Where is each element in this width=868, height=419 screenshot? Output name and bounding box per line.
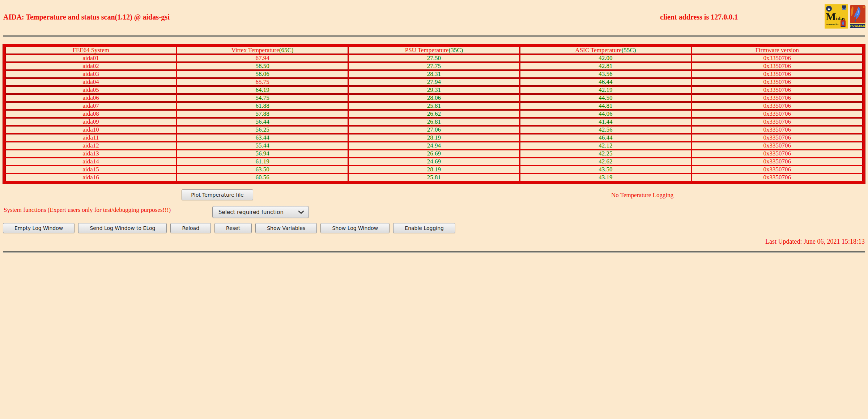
cell-psu-temperature: 27.06 <box>349 126 519 133</box>
table-row: aida0654.7528.0644.500x3350706 <box>5 94 863 102</box>
empty-log-window-button[interactable]: Empty Log Window <box>3 223 75 233</box>
cell-fee64-system: aida15 <box>5 166 176 173</box>
table-row: aida0358.0628.3143.560x3350706 <box>5 70 863 78</box>
cell-asic-temperature: 46.44 <box>520 78 691 86</box>
cell-asic-temperature: 42.81 <box>520 63 691 70</box>
aida-status-page: { "header": { "title": "AIDA: Temperatur… <box>0 0 868 419</box>
table-row: aida0857.8826.6244.060x3350706 <box>5 110 863 117</box>
cell-psu-temperature: 27.75 <box>349 63 519 70</box>
cell-asic-temperature: 42.19 <box>520 86 691 94</box>
cell-fee64-system: aida10 <box>5 126 176 133</box>
last-updated-text: Last Updated: June 06, 2021 15:18:13 <box>765 238 865 245</box>
col-header-virtex: Virtex Temperature(65C) <box>177 47 348 54</box>
cell-asic-temperature: 44.06 <box>520 110 691 117</box>
cell-asic-temperature: 42.12 <box>520 142 691 149</box>
cell-virtex-temperature: 63.50 <box>177 166 348 173</box>
cell-psu-temperature: 26.81 <box>349 118 519 125</box>
cell-virtex-temperature: 58.06 <box>177 70 348 78</box>
cell-psu-temperature: 26.62 <box>349 110 519 117</box>
cell-fee64-system: aida02 <box>5 63 176 70</box>
cell-virtex-temperature: 56.25 <box>177 126 348 133</box>
tcl-powered-badge: POWERED <box>850 23 865 28</box>
cell-fee64-system: aida03 <box>5 70 176 78</box>
page-title: AIDA: Temperature and status scan(1.12) … <box>3 13 170 21</box>
cell-virtex-temperature: 65.75 <box>177 78 348 86</box>
cell-firmware-version: 0x3350706 <box>692 70 863 78</box>
cell-virtex-temperature: 56.44 <box>177 118 348 125</box>
cell-psu-temperature: 25.81 <box>349 102 519 110</box>
cell-fee64-system: aida11 <box>5 134 176 141</box>
cell-firmware-version: 0x3350706 <box>692 55 863 62</box>
enable-logging-button[interactable]: Enable Logging <box>393 223 455 233</box>
cell-asic-temperature: 42.62 <box>520 158 691 165</box>
system-function-select[interactable]: Select required function <box>212 206 309 218</box>
reload-button[interactable]: Reload <box>170 223 211 233</box>
table-row: aida1563.5028.1943.500x3350706 <box>5 166 863 173</box>
send-log-window-to-elog-button[interactable]: Send Log Window to ELog <box>78 223 167 233</box>
cell-firmware-version: 0x3350706 <box>692 166 863 173</box>
tcl-quote-mark: ” <box>863 5 865 11</box>
cell-firmware-version: 0x3350706 <box>692 118 863 125</box>
cell-virtex-temperature: 67.94 <box>177 55 348 62</box>
cell-psu-temperature: 24.69 <box>349 158 519 165</box>
cell-fee64-system: aida09 <box>5 118 176 125</box>
cell-fee64-system: aida12 <box>5 142 176 149</box>
cell-firmware-version: 0x3350706 <box>692 158 863 165</box>
cell-psu-temperature: 29.31 <box>349 86 519 94</box>
cell-asic-temperature: 46.44 <box>520 134 691 141</box>
cell-psu-temperature: 26.69 <box>349 150 519 157</box>
cell-fee64-system: aida14 <box>5 158 176 165</box>
cell-virtex-temperature: 61.88 <box>177 102 348 110</box>
cell-psu-temperature: 25.81 <box>349 174 519 181</box>
header-divider <box>3 35 865 37</box>
tcl-card: ” <box>850 5 865 23</box>
cell-virtex-temperature: 58.50 <box>177 63 348 70</box>
cell-asic-temperature: 42.56 <box>520 126 691 133</box>
cell-asic-temperature: 44.81 <box>520 102 691 110</box>
cell-firmware-version: 0x3350706 <box>692 110 863 117</box>
client-address-text: client address is 127.0.0.1 <box>660 13 738 21</box>
col-header-psu: PSU Temperature(35C) <box>349 47 519 54</box>
system-function-select-value: Select required function <box>218 209 284 215</box>
cell-virtex-temperature: 56.94 <box>177 150 348 157</box>
cell-firmware-version: 0x3350706 <box>692 150 863 157</box>
cell-asic-temperature: 42.25 <box>520 150 691 157</box>
tcl-powered-logo[interactable]: ” TCL POWERED <box>850 5 865 28</box>
col-header-asic: ASIC Temperature(55C) <box>520 47 691 54</box>
cell-virtex-temperature: 61.19 <box>177 158 348 165</box>
table-row: aida1461.1924.6942.620x3350706 <box>5 158 863 165</box>
table-header-row: FEE64 System Virtex Temperature(65C) PSU… <box>5 47 863 54</box>
show-log-window-button[interactable]: Show Log Window <box>320 223 390 233</box>
cell-firmware-version: 0x3350706 <box>692 86 863 94</box>
cell-psu-temperature: 28.31 <box>349 70 519 78</box>
table-row: aida0465.7527.9446.440x3350706 <box>5 78 863 86</box>
table-row: aida1255.4424.9442.120x3350706 <box>5 142 863 149</box>
cell-fee64-system: aida08 <box>5 110 176 117</box>
temperature-logging-status: No Temperature Logging <box>611 192 673 199</box>
log-control-button-row: Empty Log Window Send Log Window to ELog… <box>3 223 455 233</box>
system-functions-label: System functions (Expert users only for … <box>4 206 171 214</box>
midas-logo[interactable]: Midas powered by <box>825 4 848 29</box>
cell-psu-temperature: 28.19 <box>349 134 519 141</box>
footer-divider <box>3 251 865 253</box>
show-variables-button[interactable]: Show Variables <box>255 223 317 233</box>
midas-shield-icon <box>842 5 846 10</box>
cell-fee64-system: aida04 <box>5 78 176 86</box>
plot-temperature-file-button[interactable]: Plot Temperature file <box>182 189 253 200</box>
cell-firmware-version: 0x3350706 <box>692 134 863 141</box>
table-row: aida1356.9426.6942.250x3350706 <box>5 150 863 157</box>
cell-asic-temperature: 42.00 <box>520 55 691 62</box>
mini-tcl-icon <box>841 20 846 27</box>
cell-firmware-version: 0x3350706 <box>692 126 863 133</box>
reset-button[interactable]: Reset <box>214 223 252 233</box>
table-row: aida0167.9427.5042.000x3350706 <box>5 55 863 62</box>
cell-asic-temperature: 44.50 <box>520 94 691 102</box>
chevron-down-icon <box>298 210 304 214</box>
cell-virtex-temperature: 57.88 <box>177 110 348 117</box>
col-header-fee64: FEE64 System <box>5 47 176 54</box>
cell-asic-temperature: 41.44 <box>520 118 691 125</box>
cell-virtex-temperature: 54.75 <box>177 94 348 102</box>
cell-firmware-version: 0x3350706 <box>692 174 863 181</box>
midas-powered-by-text: powered by <box>826 23 838 25</box>
col-header-firmware: Firmware version <box>692 47 863 54</box>
